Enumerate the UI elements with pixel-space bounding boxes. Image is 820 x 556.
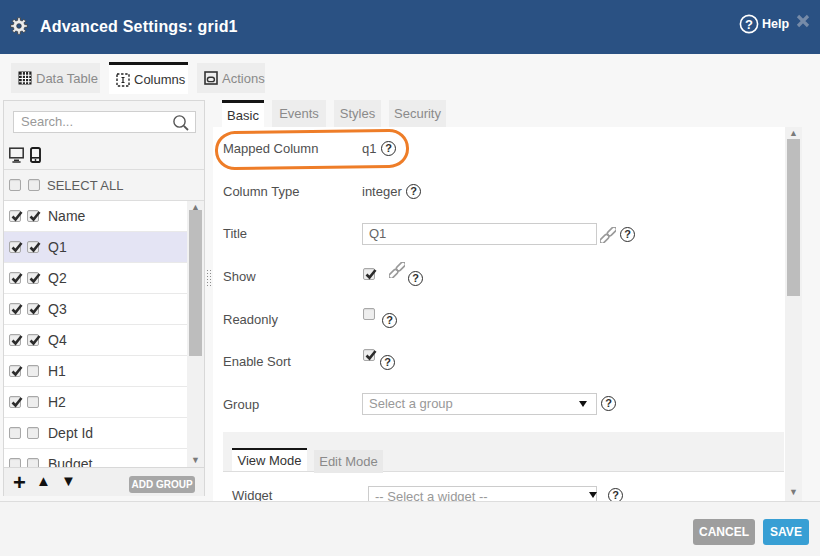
svg-text:?: ? xyxy=(745,17,753,32)
